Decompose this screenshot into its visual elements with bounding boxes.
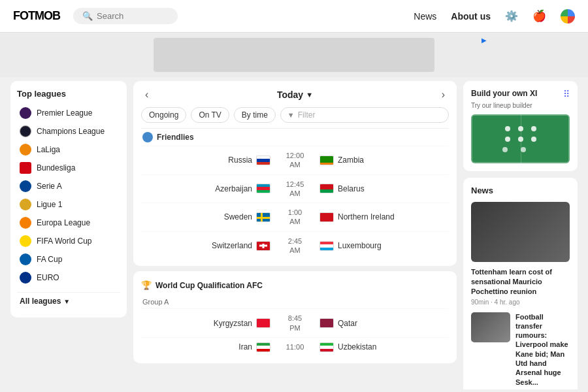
apple-icon[interactable]: 🍎 <box>532 9 546 23</box>
laliga-label: LaLiga <box>37 145 60 154</box>
sweden-label: Sweden <box>224 212 252 221</box>
list-item[interactable]: Football transfer rumours: Liverpool mak… <box>471 312 570 389</box>
group-a-label: Group A <box>141 295 449 308</box>
table-row[interactable]: Azerbaijan 12:45AM Belarus <box>141 174 449 203</box>
sidebar-item-premier-league[interactable]: Premier League <box>17 104 120 122</box>
by-time-filter[interactable]: By time <box>234 107 276 123</box>
matches-card: ‹ Today ▼ › Ongoing On TV By time ▼ Filt… <box>133 81 457 266</box>
iran-flag <box>256 342 270 352</box>
all-leagues-label: All leagues <box>20 297 61 306</box>
chevron-down-icon: ▼ <box>63 298 70 305</box>
table-row[interactable]: Sweden 1:00AM Northern Ireland <box>141 203 449 231</box>
news-headline: Football transfer rumours: Liverpool mak… <box>515 312 570 387</box>
home-team: Sweden <box>144 212 270 222</box>
table-row[interactable]: Switzerland 2:45AM Luxembourg <box>141 231 449 260</box>
table-row[interactable]: Russia 12:00AM Zambia <box>141 146 449 174</box>
news-top-image[interactable] <box>471 202 570 262</box>
google-play-icon[interactable] <box>561 9 575 24</box>
sidebar-item-fifa-world-cup[interactable]: FIFA World Cup <box>17 232 120 250</box>
build-xi-icon: ⠿ <box>563 89 570 99</box>
search-input[interactable] <box>97 11 162 21</box>
belarus-flag <box>319 184 334 193</box>
date-dropdown-icon[interactable]: ▼ <box>306 91 313 99</box>
europa-league-label: Europa League <box>37 218 90 227</box>
sidebar-item-fa-cup[interactable]: FA Cup <box>17 250 120 269</box>
sidebar-item-champions-league[interactable]: Champions League <box>17 122 120 140</box>
friendlies-header: Friendlies <box>141 128 449 146</box>
fifa-world-cup-icon <box>20 235 31 247</box>
sidebar-item-bundesliga[interactable]: Bundesliga <box>17 159 120 177</box>
qatar-flag <box>319 318 334 328</box>
header-nav: News About us ⚙️ 🍎 <box>414 9 575 24</box>
on-tv-filter[interactable]: On TV <box>191 107 229 123</box>
main-content: Top leagues Premier League Champions Lea… <box>0 81 588 389</box>
kyrgyzstan-label: Kyrgyzstan <box>214 319 252 328</box>
match-time: 2:45AM <box>270 237 319 255</box>
ad-content <box>154 38 434 72</box>
zambia-flag <box>319 155 334 165</box>
home-team: Iran <box>144 342 270 352</box>
news-text: Football transfer rumours: Liverpool mak… <box>515 312 570 389</box>
news-meta: 90min · 2 hr. ago <box>515 389 570 389</box>
northern-ireland-flag <box>319 212 334 222</box>
settings-icon[interactable]: ⚙️ <box>505 10 518 22</box>
filter-placeholder: Filter <box>298 110 316 120</box>
table-row[interactable]: Iran 11:00 Uzbekistan <box>141 337 449 357</box>
champions-league-icon <box>20 125 31 137</box>
russia-label: Russia <box>228 155 252 165</box>
match-time: 11:00 <box>270 342 319 351</box>
wc-card: 🏆 World Cup Qualification AFC Group A Ky… <box>133 271 457 363</box>
serie-a-label: Serie A <box>37 182 62 191</box>
match-time: 12:00AM <box>270 151 319 170</box>
nav-news[interactable]: News <box>414 11 436 22</box>
away-team: Qatar <box>319 318 446 328</box>
next-day-button[interactable]: › <box>438 88 449 102</box>
sidebar-title: Top leagues <box>17 89 120 99</box>
sidebar-item-laliga[interactable]: LaLiga <box>17 140 120 159</box>
news-card: News Tottenham learn cost of sensational… <box>463 178 578 389</box>
nav-about-us[interactable]: About us <box>451 11 491 22</box>
search-bar[interactable]: 🔍 <box>73 8 178 24</box>
zambia-label: Zambia <box>338 155 364 165</box>
sidebar-item-euro[interactable]: EURO <box>17 269 120 287</box>
ongoing-filter[interactable]: Ongoing <box>141 107 186 123</box>
sidebar-item-ligue-1[interactable]: Ligue 1 <box>17 195 120 214</box>
all-leagues-button[interactable]: All leagues ▼ <box>17 292 120 310</box>
wc-title: World Cup Qualification AFC <box>155 281 263 290</box>
serie-a-icon <box>20 180 31 192</box>
laliga-icon <box>20 144 31 155</box>
filter-search[interactable]: ▼ Filter <box>280 107 449 123</box>
away-team: Uzbekistan <box>319 342 446 352</box>
away-team: Zambia <box>319 155 446 165</box>
news-top-headline[interactable]: Tottenham learn cost of sensational Maur… <box>471 267 570 297</box>
pitch-visual[interactable] <box>471 114 570 163</box>
table-row[interactable]: Kyrgyzstan 8:45PM Qatar <box>141 308 449 337</box>
euro-icon <box>20 272 31 284</box>
home-team: Kyrgyzstan <box>144 318 270 328</box>
friendlies-icon <box>142 132 153 142</box>
luxembourg-flag <box>319 241 334 251</box>
build-xi-subtitle: Try our lineup builder <box>471 102 570 109</box>
sidebar-item-europa-league[interactable]: Europa League <box>17 214 120 232</box>
friendlies-section: Friendlies Russia 12:00AM Zambia <box>141 128 449 259</box>
kyrgyzstan-flag <box>256 318 270 328</box>
azerbaijan-label: Azerbaijan <box>215 184 252 193</box>
build-xi-title: Build your own XI <box>471 89 537 99</box>
header: FOTMOB 🔍 News About us ⚙️ 🍎 <box>0 0 588 33</box>
bundesliga-label: Bundesliga <box>37 163 75 172</box>
prev-day-button[interactable]: ‹ <box>141 88 152 102</box>
home-team: Russia <box>144 155 270 165</box>
uzbekistan-label: Uzbekistan <box>338 342 376 351</box>
filter-row: Ongoing On TV By time ▼ Filter <box>141 107 449 123</box>
wc-header: 🏆 World Cup Qualification AFC <box>141 278 449 295</box>
sidebar-item-serie-a[interactable]: Serie A <box>17 177 120 195</box>
belarus-label: Belarus <box>338 184 365 193</box>
logo[interactable]: FOTMOB <box>13 9 60 23</box>
away-team: Luxembourg <box>319 241 446 251</box>
premier-league-icon <box>20 107 31 119</box>
news-title: News <box>471 186 570 195</box>
ligue-1-label: Ligue 1 <box>37 200 62 209</box>
luxembourg-label: Luxembourg <box>338 241 382 250</box>
sidebar: Top leagues Premier League Champions Lea… <box>10 81 127 318</box>
russia-flag <box>256 155 270 165</box>
